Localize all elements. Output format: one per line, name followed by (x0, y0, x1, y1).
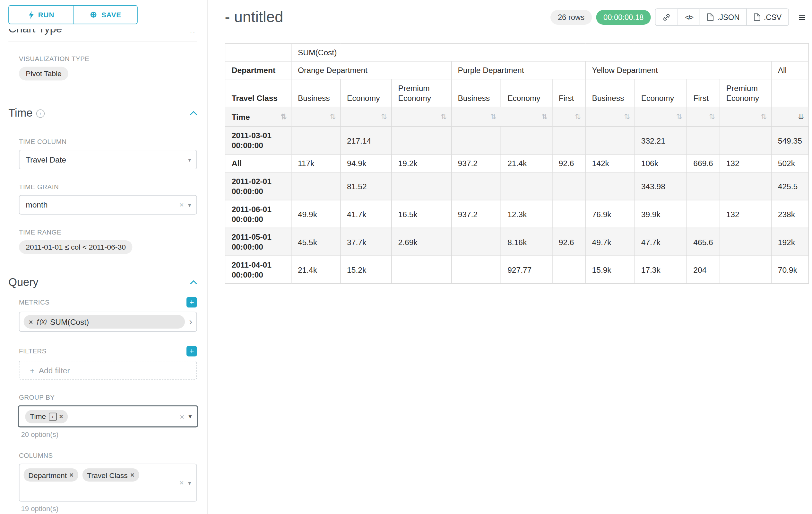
remove-chip-icon[interactable]: × (130, 471, 134, 479)
columns-select[interactable]: Department × Travel Class × × ▾ (19, 464, 197, 502)
add-filter-plus-button[interactable]: + (186, 346, 197, 357)
sort-icon[interactable]: ⇅ (330, 112, 336, 122)
sort-icon[interactable]: ⇅ (381, 112, 387, 122)
value-cell: 937.2 (451, 200, 501, 228)
metric-control[interactable]: × ƒ(x) SUM(Cost) › (19, 312, 197, 331)
value-cell: 70.9k (771, 256, 809, 284)
save-button[interactable]: ⊕ SAVE (74, 5, 138, 24)
copy-link-button[interactable] (655, 8, 678, 26)
value-cell (720, 127, 771, 155)
view-query-button[interactable]: </> (678, 8, 700, 26)
value-cell: 132 (720, 154, 771, 172)
clear-icon[interactable]: × (179, 478, 183, 487)
query-section-heading[interactable]: Query (8, 276, 197, 289)
value-cell: 92.6 (552, 228, 585, 256)
code-icon: </> (685, 13, 693, 21)
sort-cell: ⇅ (552, 107, 585, 127)
metric-chip[interactable]: × ƒ(x) SUM(Cost) (24, 315, 185, 329)
value-cell (552, 127, 585, 155)
info-icon: i (49, 412, 57, 421)
sort-icon[interactable]: ⇅ (281, 112, 287, 122)
group-by-label: GROUP BY (19, 394, 197, 401)
remove-chip-icon[interactable]: × (59, 412, 63, 421)
sort-icon[interactable]: ⇅ (709, 112, 715, 122)
result-toolbar: 26 rows 00:00:00.18 </> (550, 8, 809, 26)
add-filter-label: Add filter (39, 366, 70, 375)
value-cell: 21.4k (291, 256, 341, 284)
sort-cell: ⇅ (585, 107, 635, 127)
table-row: 2011-06-01 00:00:0049.9k41.7k16.5k937.21… (225, 200, 809, 228)
value-cell: 49.7k (585, 228, 635, 256)
row-count-badge: 26 rows (550, 10, 592, 24)
value-cell (501, 127, 552, 155)
clear-icon[interactable]: × (180, 412, 184, 421)
export-csv-button[interactable]: .CSV (747, 8, 789, 26)
table-row: 2011-04-01 00:00:0021.4k15.2k927.7715.9k… (225, 256, 809, 284)
add-metric-button[interactable]: + (186, 297, 197, 308)
time-header: Time⇅ (225, 107, 291, 127)
time-range-pill[interactable]: 2011-01-01 ≤ col < 2011-06-30 (19, 240, 133, 254)
chevron-down-icon: ▾ (188, 413, 192, 420)
column-header (771, 79, 809, 107)
export-json-button[interactable]: .JSON (700, 8, 747, 26)
metrics-label: METRICS (19, 299, 50, 306)
value-cell: 217.14 (341, 127, 392, 155)
sort-cell: ⇅ (720, 107, 771, 127)
value-cell (392, 127, 451, 155)
value-cell: 106k (635, 154, 687, 172)
file-icon (707, 13, 714, 21)
time-column-value: Travel Date (26, 155, 184, 164)
value-cell (291, 172, 341, 200)
group-by-chip[interactable]: Time i × (25, 410, 68, 423)
visualization-type-pill[interactable]: Pivot Table (19, 67, 68, 81)
chevron-right-icon[interactable]: › (189, 317, 192, 326)
columns-chip[interactable]: Travel Class × (83, 468, 139, 482)
group-by-select[interactable]: Time i × × ▾ (18, 405, 198, 428)
sort-cell: ⇅ (291, 107, 341, 127)
chart-type-heading: Chart Type (8, 29, 197, 35)
run-button[interactable]: RUN (8, 5, 74, 24)
section-divider (8, 41, 197, 42)
value-cell: 927.77 (501, 256, 552, 284)
sort-icon[interactable]: ⇅ (575, 112, 581, 122)
columns-chip[interactable]: Department × (24, 468, 78, 482)
value-cell: 81.52 (341, 172, 392, 200)
remove-chip-icon[interactable]: × (69, 471, 73, 479)
sort-desc-icon[interactable]: ⇊ (798, 112, 804, 122)
remove-metric-icon[interactable]: × (29, 318, 33, 326)
run-button-label: RUN (38, 11, 54, 19)
column-header: First (552, 79, 585, 107)
chevron-down-icon: ▾ (188, 156, 191, 163)
menu-icon[interactable]: ≡ (795, 11, 809, 23)
value-cell: 94.9k (341, 154, 392, 172)
value-cell: 15.2k (341, 256, 392, 284)
value-cell (392, 256, 451, 284)
clear-icon[interactable]: × (179, 200, 183, 210)
value-cell: 425.5 (771, 172, 809, 200)
sort-icon[interactable]: ⇅ (761, 112, 767, 122)
value-cell: 332.21 (635, 127, 687, 155)
time-column-select[interactable]: Travel Date ▾ (19, 150, 197, 169)
value-cell (687, 127, 720, 155)
value-cell (501, 172, 552, 200)
sort-icon[interactable]: ⇅ (676, 112, 682, 122)
time-column-label: TIME COLUMN (19, 138, 197, 145)
value-cell (291, 127, 341, 155)
chevron-up-icon[interactable] (190, 111, 197, 115)
chart-title[interactable]: - untitled (225, 8, 283, 26)
row-label: 2011-04-01 00:00:00 (225, 256, 291, 284)
sort-icon[interactable]: ⇅ (441, 112, 447, 122)
time-grain-select[interactable]: month × ▾ (19, 195, 197, 215)
group-header: Purple Department (451, 61, 585, 79)
time-section-heading[interactable]: Time i (8, 107, 197, 119)
group-by-options-hint: 20 option(s) (21, 431, 197, 438)
chevron-up-icon[interactable] (190, 280, 197, 284)
function-icon: ƒ(x) (36, 318, 47, 325)
value-cell (552, 200, 585, 228)
sort-icon[interactable]: ⇅ (542, 112, 548, 122)
app: RUN ⊕ SAVE Chart Type ·· VISUALIZATION T… (0, 0, 812, 514)
add-filter-button[interactable]: + Add filter (19, 361, 197, 380)
sort-icon[interactable]: ⇅ (490, 112, 496, 122)
sort-icon[interactable]: ⇅ (624, 112, 630, 122)
columns-label: COLUMNS (19, 452, 197, 459)
